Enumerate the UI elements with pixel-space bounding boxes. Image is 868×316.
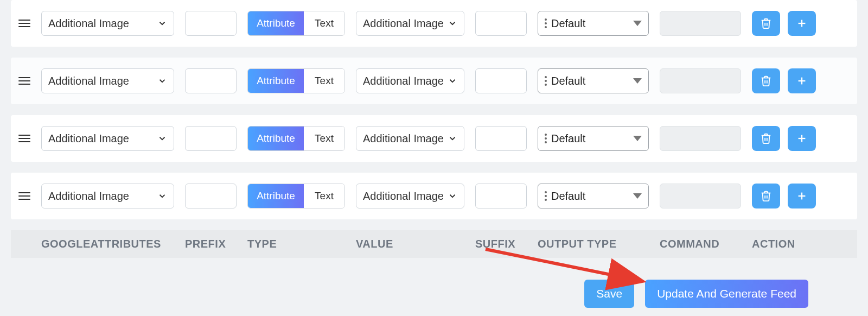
chevron-down-icon [448, 191, 457, 201]
value-selected: Additional Image [363, 17, 444, 30]
chevron-down-icon [157, 18, 167, 28]
type-toggle[interactable]: Attribute Text [247, 126, 345, 151]
suffix-input[interactable] [475, 68, 527, 93]
chevron-down-icon [157, 134, 167, 143]
value-selected: Additional Image [363, 132, 444, 145]
add-row-button[interactable] [788, 68, 816, 93]
triangle-down-icon [633, 78, 642, 84]
type-toggle[interactable]: Attribute Text [247, 11, 345, 36]
chevron-down-icon [448, 76, 457, 86]
type-attribute-option[interactable]: Attribute [248, 184, 304, 208]
triangle-down-icon [633, 136, 642, 141]
add-row-button[interactable] [788, 11, 816, 36]
value-select[interactable]: Additional Image [356, 184, 464, 208]
google-attribute-value: Additional Image [48, 75, 154, 87]
attribute-row: Additional Image Attribute Text Addition… [11, 0, 857, 47]
triangle-down-icon [633, 193, 642, 199]
output-type-value: Default [551, 75, 629, 87]
suffix-input[interactable] [475, 184, 527, 208]
delete-row-button[interactable] [752, 184, 780, 208]
header-command: COMMAND [660, 238, 741, 250]
command-input [660, 184, 741, 208]
type-attribute-option[interactable]: Attribute [248, 11, 304, 35]
command-input [660, 11, 741, 36]
grip-dots-icon [545, 191, 547, 201]
type-attribute-option[interactable]: Attribute [248, 69, 304, 93]
column-headers: GOOGLEATTRIBUTES PREFIX TYPE VALUE SUFFI… [11, 230, 857, 258]
command-input [660, 68, 741, 93]
type-text-option[interactable]: Text [304, 127, 344, 150]
value-selected: Additional Image [363, 190, 444, 203]
output-type-value: Default [551, 190, 629, 203]
prefix-input[interactable] [185, 68, 237, 93]
type-toggle[interactable]: Attribute Text [247, 68, 345, 93]
drag-handle-icon[interactable] [18, 135, 30, 142]
output-type-select[interactable]: Default [538, 11, 649, 36]
type-text-option[interactable]: Text [304, 184, 344, 208]
add-row-button[interactable] [788, 184, 816, 208]
delete-row-button[interactable] [752, 126, 780, 151]
type-text-option[interactable]: Text [304, 11, 344, 35]
value-select[interactable]: Additional Image [356, 11, 464, 36]
chevron-down-icon [157, 76, 167, 86]
prefix-input[interactable] [185, 126, 237, 151]
output-type-select[interactable]: Default [538, 184, 649, 208]
drag-handle-icon[interactable] [18, 192, 30, 200]
attribute-row: Additional Image Attribute Text Addition… [11, 115, 857, 162]
header-google: GOOGLEATTRIBUTES [41, 238, 174, 250]
google-attribute-select[interactable]: Additional Image [41, 11, 174, 36]
grip-dots-icon [545, 134, 547, 143]
chevron-down-icon [448, 134, 457, 143]
footer-actions: Save Update And Generate Feed [0, 258, 868, 316]
plus-icon [796, 75, 808, 87]
grip-dots-icon [545, 18, 547, 28]
value-selected: Additional Image [363, 75, 444, 87]
header-output: OUTPUT TYPE [538, 238, 649, 250]
trash-icon [760, 190, 772, 202]
header-suffix: SUFFIX [475, 238, 527, 250]
suffix-input[interactable] [475, 11, 527, 36]
type-toggle[interactable]: Attribute Text [247, 184, 345, 208]
suffix-input[interactable] [475, 126, 527, 151]
delete-row-button[interactable] [752, 11, 780, 36]
trash-icon [760, 75, 772, 87]
triangle-down-icon [633, 21, 642, 26]
chevron-down-icon [448, 18, 457, 28]
google-attribute-select[interactable]: Additional Image [41, 126, 174, 151]
header-value: VALUE [356, 238, 464, 250]
trash-icon [760, 17, 772, 29]
plus-icon [796, 132, 808, 144]
drag-handle-icon[interactable] [18, 20, 30, 27]
attribute-rows: Additional Image Attribute Text Addition… [0, 0, 868, 219]
delete-row-button[interactable] [752, 68, 780, 93]
header-action: ACTION [752, 238, 850, 250]
command-input [660, 126, 741, 151]
output-type-select[interactable]: Default [538, 126, 649, 151]
output-type-value: Default [551, 132, 629, 145]
output-type-select[interactable]: Default [538, 68, 649, 93]
google-attribute-select[interactable]: Additional Image [41, 68, 174, 93]
add-row-button[interactable] [788, 126, 816, 151]
value-select[interactable]: Additional Image [356, 126, 464, 151]
prefix-input[interactable] [185, 184, 237, 208]
update-generate-feed-button[interactable]: Update And Generate Feed [645, 280, 808, 308]
prefix-input[interactable] [185, 11, 237, 36]
attribute-row: Additional Image Attribute Text Addition… [11, 173, 857, 219]
drag-handle-icon[interactable] [18, 77, 30, 85]
google-attribute-value: Additional Image [48, 190, 154, 203]
type-text-option[interactable]: Text [304, 69, 344, 93]
value-select[interactable]: Additional Image [356, 68, 464, 93]
google-attribute-value: Additional Image [48, 132, 154, 145]
trash-icon [760, 132, 772, 144]
attribute-row: Additional Image Attribute Text Addition… [11, 58, 857, 104]
plus-icon [796, 190, 808, 202]
plus-icon [796, 17, 808, 29]
google-attribute-value: Additional Image [48, 17, 154, 30]
type-attribute-option[interactable]: Attribute [248, 127, 304, 150]
header-prefix: PREFIX [185, 238, 237, 250]
chevron-down-icon [157, 191, 167, 201]
save-button[interactable]: Save [584, 280, 634, 308]
output-type-value: Default [551, 17, 629, 30]
grip-dots-icon [545, 76, 547, 86]
google-attribute-select[interactable]: Additional Image [41, 184, 174, 208]
